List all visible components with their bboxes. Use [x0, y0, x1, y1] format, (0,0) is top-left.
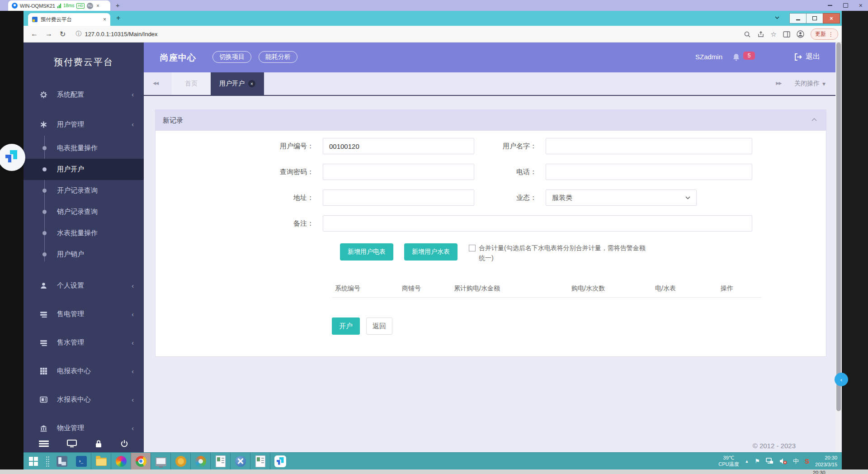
tab-home[interactable]: 首页 — [172, 72, 211, 95]
username-label[interactable]: SZadmin — [695, 53, 722, 61]
remote-maximize-button[interactable] — [843, 3, 848, 8]
sidebar-item-user-open[interactable]: 用户开户 — [24, 159, 144, 180]
chrome-taskbar-icon[interactable] — [131, 453, 151, 469]
sidebar-item-close-record[interactable]: 销户记录查询 — [24, 201, 144, 223]
volume-muted-icon[interactable] — [779, 458, 787, 465]
ime-indicator[interactable]: 中 — [793, 457, 799, 465]
notification-badge[interactable]: 5 — [743, 52, 755, 60]
bell-icon[interactable] — [733, 53, 740, 61]
share-icon[interactable] — [757, 31, 764, 38]
host-clock: 20:30 — [813, 470, 826, 474]
phone-input[interactable] — [546, 164, 752, 180]
tray-expand-icon[interactable]: ▲ — [745, 459, 749, 464]
bookmark-star-icon[interactable]: ☆ — [771, 30, 777, 38]
window-close-button[interactable]: × — [823, 13, 840, 24]
logout-icon — [794, 53, 802, 61]
network-icon[interactable] — [766, 458, 774, 465]
sidebar-item-personal[interactable]: 个人设置 ‹ — [24, 271, 144, 300]
site-info-icon[interactable]: ⓘ — [75, 30, 81, 38]
monitor-app-icon[interactable] — [151, 453, 170, 469]
sogou-icon[interactable]: S — [805, 457, 809, 465]
sidebar-item-open-record[interactable]: 开户记录查询 — [24, 180, 144, 201]
remote-minimize-button[interactable] — [828, 5, 832, 6]
pinwheel-app-icon[interactable] — [111, 453, 131, 469]
profile-avatar-icon[interactable] — [797, 30, 804, 38]
merge-metering-option[interactable]: 合并计量(勾选后名下水电表将分别合并计量，需将告警金额统一) — [469, 243, 646, 263]
add-electric-meter-button[interactable]: 新增用户电表 — [340, 243, 393, 261]
side-panel-icon[interactable] — [783, 31, 790, 38]
window-chevron-icon[interactable] — [775, 16, 779, 19]
add-water-meter-button[interactable]: 新增用户水表 — [404, 243, 458, 261]
sidebar-item-sell-electric[interactable]: 售电管理 ‹ — [24, 300, 144, 328]
window-maximize-button[interactable] — [806, 13, 823, 24]
business-type-select[interactable]: 服装类 — [546, 190, 697, 206]
page-scrollbar[interactable] — [835, 43, 842, 452]
tabs-scroll-right-icon[interactable]: ▶▶ — [776, 81, 781, 85]
menu-icon[interactable] — [39, 440, 49, 447]
lock-icon[interactable] — [95, 440, 102, 448]
sidebar-item-meter-batch[interactable]: 电表批量操作 — [24, 137, 144, 159]
browser-tab-close-icon[interactable]: × — [103, 16, 106, 23]
user-no-input[interactable]: 00100120 — [323, 138, 474, 154]
ru-badge[interactable]: RU — [87, 3, 93, 9]
tab-close-icon[interactable]: × — [248, 80, 255, 87]
chevron-left-icon: ‹ — [132, 425, 134, 432]
gear-app-icon[interactable] — [170, 453, 190, 469]
merge-metering-checkbox[interactable] — [469, 245, 476, 251]
remote-new-tab-button[interactable]: + — [116, 1, 120, 9]
remark-input[interactable] — [323, 215, 752, 232]
zoom-icon[interactable] — [744, 31, 751, 38]
monitor-icon[interactable] — [67, 440, 77, 448]
power-icon[interactable] — [120, 440, 128, 448]
close-operations-menu[interactable]: 关闭操作 ▾ — [794, 80, 826, 88]
user-name-label: 用户名字： — [474, 142, 546, 151]
sidebar-item-user-close[interactable]: 用户销户 — [24, 244, 144, 265]
address-input[interactable] — [323, 190, 474, 206]
browser-new-tab-button[interactable]: + — [116, 14, 120, 22]
sidebar-item-system-config[interactable]: 系统配置 ‹ — [24, 81, 144, 108]
todesk-taskbar-icon[interactable] — [270, 453, 290, 469]
open-account-button[interactable]: 开户 — [332, 318, 360, 335]
app-title: 预付费云平台 — [24, 43, 144, 81]
reload-icon[interactable]: ↻ — [60, 30, 66, 38]
edge-collapse-button[interactable]: ‹ — [835, 373, 848, 386]
powershell-icon[interactable]: ›_ — [71, 453, 91, 469]
user-name-input[interactable] — [546, 138, 752, 154]
back-icon[interactable]: ← — [31, 30, 38, 38]
remote-tab-close-icon[interactable]: × — [96, 3, 99, 9]
browser-tab[interactable]: 预付费云平台 × — [28, 13, 110, 26]
file-explorer-icon[interactable] — [91, 453, 111, 469]
phone-label: 电话： — [474, 168, 546, 176]
iis-tools-icon[interactable] — [230, 453, 250, 469]
sidebar-item-electric-report[interactable]: 电报表中心 ‹ — [24, 357, 144, 385]
address-bar[interactable]: 127.0.0.1:10315/Main/Index — [85, 31, 157, 38]
report-app2-icon[interactable] — [250, 453, 270, 469]
switch-project-button[interactable]: 切换项目 — [212, 51, 251, 63]
report-app-icon[interactable] — [210, 453, 230, 469]
tab-user-open[interactable]: 用户开户 × — [211, 72, 264, 95]
window-minimize-button[interactable] — [789, 13, 807, 24]
energy-analysis-button[interactable]: 能耗分析 — [259, 51, 297, 63]
sidebar-item-water-report[interactable]: 水报表中心 ‹ — [24, 385, 144, 414]
logout-button[interactable]: 退出 — [794, 52, 820, 62]
sidebar-item-user-mgmt[interactable]: 用户管理 ‹ — [24, 111, 144, 137]
start-button[interactable] — [24, 453, 43, 469]
action-center-flag-icon[interactable]: ⚑ — [755, 458, 760, 465]
remote-close-button[interactable]: × — [859, 2, 863, 9]
tabs-scroll-left-icon[interactable]: ◀◀ — [153, 81, 158, 85]
host-taskbar-strip: 20:30 — [0, 469, 868, 474]
taskbar-clock[interactable]: 20:30 2023/3/15 — [815, 455, 837, 468]
query-pwd-input[interactable] — [323, 164, 474, 180]
sidebar-item-water-batch[interactable]: 水表批量操作 — [24, 223, 144, 244]
remote-session-tab[interactable]: WIN-OQMSK21... 18ms HD RU × — [8, 0, 110, 11]
chrome-update-button[interactable]: 更新 ⋮ — [811, 28, 838, 40]
back-button[interactable]: 返回 — [366, 318, 392, 335]
server-manager-icon[interactable] — [52, 453, 71, 469]
collapse-icon[interactable] — [811, 118, 817, 121]
sidebar-item-sell-water[interactable]: 售水管理 ‹ — [24, 328, 144, 357]
forward-icon[interactable]: → — [45, 30, 52, 38]
scrollbar-thumb[interactable] — [836, 43, 841, 411]
hd-badge[interactable]: HD — [76, 3, 85, 9]
browser-menu-icon[interactable]: ⋮ — [828, 31, 834, 38]
swirl-app-icon[interactable] — [190, 453, 210, 469]
